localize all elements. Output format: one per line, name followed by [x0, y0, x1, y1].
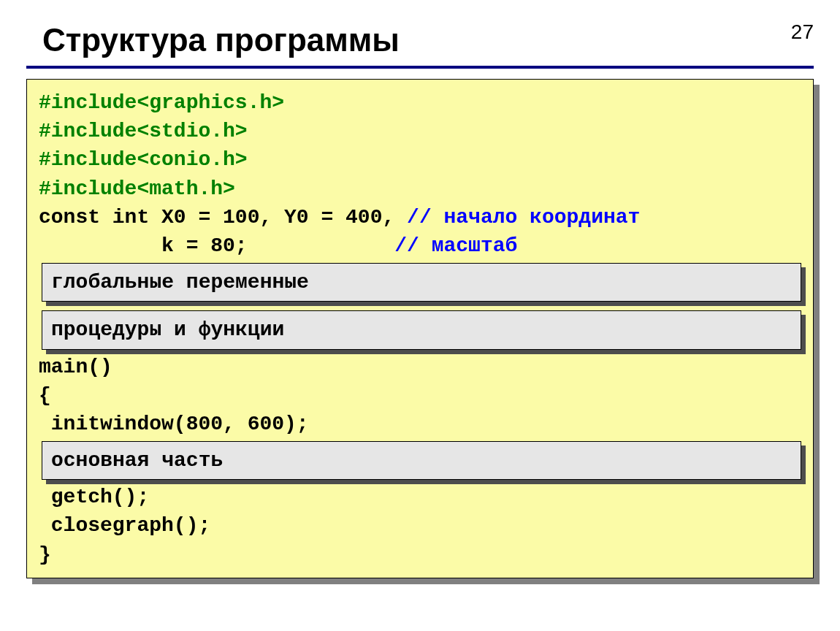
- closegraph-call: closegraph();: [39, 511, 801, 540]
- include-math: #include<math.h>: [39, 175, 801, 203]
- globals-box: глобальные переменные: [42, 263, 801, 302]
- const-decl-2: k = 80;: [39, 234, 394, 257]
- main-part-box-wrap: основная часть: [42, 441, 801, 480]
- main-decl: main(): [39, 353, 801, 381]
- title-rule: [26, 66, 814, 69]
- comment-origin: // начало координат: [407, 206, 640, 229]
- code-block-shadow: #include<graphics.h> #include<stdio.h> #…: [26, 79, 814, 578]
- const-line-2: k = 80; // масштаб: [39, 232, 801, 260]
- slide-title: Структура программы: [42, 22, 814, 58]
- slide: 27 Структура программы #include<graphics…: [0, 0, 840, 631]
- page-number: 27: [791, 20, 814, 44]
- initwindow-call: initwindow(800, 600);: [39, 410, 801, 438]
- include-conio: #include<conio.h>: [39, 145, 801, 174]
- const-decl-1: const int X0 = 100, Y0 = 400,: [39, 206, 407, 229]
- procs-box-wrap: процедуры и функции: [42, 310, 801, 349]
- include-graphics: #include<graphics.h>: [39, 88, 801, 117]
- globals-box-wrap: глобальные переменные: [42, 263, 801, 302]
- getch-call: getch();: [39, 483, 801, 511]
- brace-close: }: [39, 540, 801, 569]
- procs-box: процедуры и функции: [42, 310, 801, 349]
- comment-scale: // масштаб: [394, 234, 517, 257]
- include-stdio: #include<stdio.h>: [39, 117, 801, 145]
- code-block: #include<graphics.h> #include<stdio.h> #…: [26, 79, 814, 578]
- brace-open: {: [39, 381, 801, 410]
- main-part-box: основная часть: [42, 441, 801, 480]
- const-line-1: const int X0 = 100, Y0 = 400, // начало …: [39, 203, 801, 232]
